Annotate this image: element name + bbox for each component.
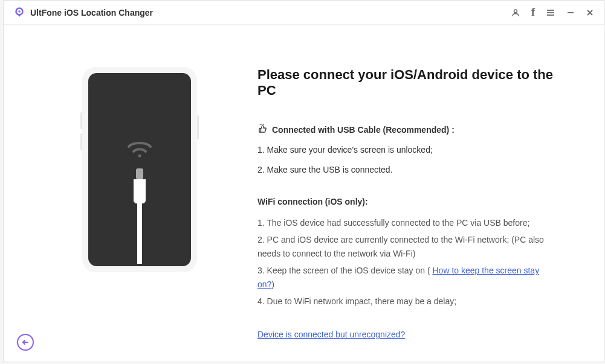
svg-rect-11 — [137, 202, 142, 264]
thumbs-up-icon — [257, 124, 267, 135]
back-button[interactable] — [17, 334, 34, 351]
svg-point-9 — [138, 155, 141, 158]
unrecognized-device-link[interactable]: Device is connected but unrecognized? — [257, 330, 405, 339]
titlebar-right: f — [511, 6, 594, 19]
app-title: UltFone iOS Location Changer — [30, 8, 153, 18]
svg-point-1 — [18, 10, 21, 13]
usb-section-heading: Connected with USB Cable (Recommended) : — [257, 124, 555, 135]
phone-illustration — [82, 67, 197, 340]
account-icon[interactable] — [511, 8, 520, 18]
phone-screen — [88, 73, 191, 266]
wifi-step-4: 4. Due to WiFi network impact, there may… — [257, 295, 555, 308]
menu-icon[interactable] — [546, 8, 555, 18]
svg-point-2 — [514, 10, 517, 13]
wifi-step-3: 3. Keep the screen of the iOS device sta… — [257, 264, 555, 291]
usb-step-1: 1. Make sure your device's screen is unl… — [257, 144, 555, 156]
usb-cable-icon — [128, 167, 152, 266]
page-title: Please connect your iOS/Android device t… — [257, 67, 555, 98]
main-content: Please connect your iOS/Android device t… — [4, 25, 604, 340]
minimize-button[interactable] — [566, 8, 575, 17]
svg-line-14 — [263, 124, 264, 126]
usb-step-2: 2. Make sure the USB is connected. — [257, 164, 555, 176]
svg-rect-10 — [136, 168, 143, 179]
wifi-icon — [126, 138, 153, 161]
svg-line-12 — [260, 124, 260, 126]
facebook-icon[interactable]: f — [531, 6, 535, 19]
phone-frame — [82, 67, 197, 272]
titlebar: UltFone iOS Location Changer f — [4, 1, 604, 25]
wifi-section-heading: WiFi connection (iOS only): — [257, 197, 555, 206]
instructions-panel: Please connect your iOS/Android device t… — [257, 67, 580, 340]
app-logo-icon — [13, 7, 25, 19]
wifi-step-1: 1. The iOS device had successfully conne… — [257, 216, 555, 229]
close-button[interactable] — [586, 8, 594, 17]
wifi-step-2: 2. PC and iOS device are currently conne… — [257, 233, 555, 260]
titlebar-left: UltFone iOS Location Changer — [13, 7, 153, 19]
app-window: UltFone iOS Location Changer f — [3, 0, 604, 362]
